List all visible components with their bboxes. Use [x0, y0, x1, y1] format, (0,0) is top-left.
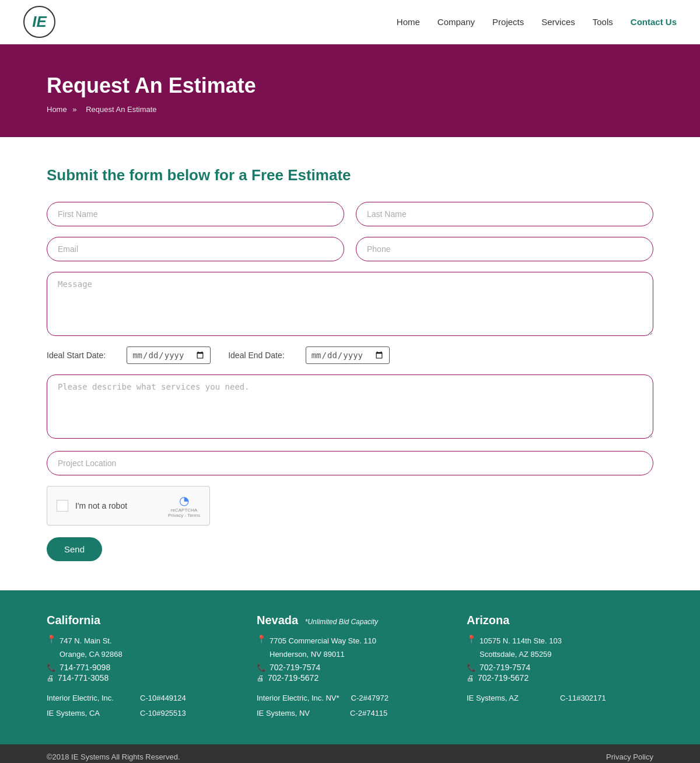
location-icon-az: 📍	[467, 635, 476, 643]
location-icon-nv: 📍	[257, 635, 266, 643]
arizona-licenses: IE Systems, AZ C-11#302171	[467, 691, 653, 706]
end-date-input[interactable]	[306, 346, 390, 364]
site-footer: California 📍 747 N. Main St. Orange, CA …	[0, 590, 700, 744]
start-date-input[interactable]	[127, 346, 211, 364]
arizona-phone-text: 702-719-7574	[480, 663, 530, 672]
phone-icon: 📞	[47, 663, 56, 672]
nav-projects[interactable]: Projects	[492, 17, 524, 27]
breadcrumb-current: Request An Estimate	[86, 105, 156, 114]
main-content: Submit the form below for a Free Estimat…	[0, 137, 700, 590]
breadcrumb: Home » Request An Estimate	[47, 105, 653, 114]
nav-home[interactable]: Home	[397, 17, 420, 27]
nv-license-2-name: IE Systems, NV	[257, 706, 338, 721]
fax-icon-az: 🖨	[467, 674, 474, 682]
estimate-form: Ideal Start Date: Ideal End Date: I'm no…	[47, 202, 653, 561]
az-license-1-number: C-11#302171	[560, 691, 606, 706]
arizona-fax: 🖨 702-719-5672	[467, 673, 653, 682]
nav-services[interactable]: Services	[541, 17, 575, 27]
captcha-checkbox[interactable]	[57, 500, 68, 512]
nevada-address: 📍 7705 Commercial Way Ste. 110 Henderson…	[257, 634, 443, 662]
arizona-address: 📍 10575 N. 114th Ste. 103 Scottsdale, AZ…	[467, 634, 653, 662]
hero-title: Request An Estimate	[47, 74, 653, 98]
nevada-address-text: 7705 Commercial Way Ste. 110 Henderson, …	[270, 634, 376, 662]
california-fax: 🖨 714-771-3058	[47, 673, 233, 682]
nv-license-row-2: IE Systems, NV C-2#74115	[257, 706, 443, 721]
main-nav: Home Company Projects Services Tools Con…	[397, 17, 677, 27]
fax-icon: 🖨	[47, 674, 54, 682]
recaptcha-brand: reCAPTCHA	[171, 508, 197, 513]
recaptcha-links: Privacy - Terms	[168, 513, 200, 518]
message-textarea[interactable]	[47, 272, 653, 336]
nav-company[interactable]: Company	[438, 17, 475, 27]
arizona-title: Arizona	[467, 614, 653, 627]
captcha-label: I'm not a robot	[75, 501, 161, 510]
arizona-address-text: 10575 N. 114th Ste. 103 Scottsdale, AZ 8…	[480, 634, 562, 662]
footer-nevada: Nevada *Unlimited Bid Capacity 📍 7705 Co…	[257, 614, 443, 721]
nevada-phone-text: 702-719-7574	[270, 663, 320, 672]
form-title: Submit the form below for a Free Estimat…	[47, 166, 653, 184]
email-phone-row	[47, 237, 653, 261]
license-row-2: IE Systems, CA C-10#925513	[47, 706, 233, 721]
footer-arizona: Arizona 📍 10575 N. 114th Ste. 103 Scotts…	[467, 614, 653, 721]
ca-license-2-number: C-10#925513	[140, 706, 186, 721]
az-license-1-name: IE Systems, AZ	[467, 691, 548, 706]
location-icon: 📍	[47, 635, 56, 643]
nv-license-1-number: C-2#47972	[351, 691, 388, 706]
california-fax-text: 714-771-3058	[58, 673, 108, 682]
recaptcha-icon: ◔	[179, 494, 189, 508]
start-date-label: Ideal Start Date:	[47, 351, 106, 360]
message-row	[47, 272, 653, 336]
location-input[interactable]	[47, 451, 653, 475]
first-name-input[interactable]	[47, 202, 344, 226]
captcha-box[interactable]: I'm not a robot ◔ reCAPTCHA Privacy - Te…	[47, 486, 210, 526]
footer-columns: California 📍 747 N. Main St. Orange, CA …	[47, 614, 653, 721]
end-date-label: Ideal End Date:	[228, 351, 285, 360]
location-row	[47, 451, 653, 475]
copyright-text: ©2018 IE Systems All Rights Reserved.	[47, 752, 180, 761]
phone-icon-nv: 📞	[257, 663, 266, 672]
california-phone-text: 714-771-9098	[60, 663, 110, 672]
arizona-fax-text: 702-719-5672	[478, 673, 528, 682]
phone-input[interactable]	[356, 237, 653, 261]
services-textarea[interactable]	[47, 374, 653, 439]
name-row	[47, 202, 653, 226]
ca-license-2-name: IE Systems, CA	[47, 706, 128, 721]
california-address-text: 747 N. Main St. Orange, CA 92868	[60, 634, 123, 662]
nav-tools[interactable]: Tools	[593, 17, 613, 27]
nevada-licenses: Interior Electric, Inc. NV* C-2#47972 IE…	[257, 691, 443, 721]
last-name-input[interactable]	[356, 202, 653, 226]
captcha-wrap: I'm not a robot ◔ reCAPTCHA Privacy - Te…	[47, 486, 653, 526]
send-button[interactable]: Send	[47, 537, 102, 561]
california-address: 📍 747 N. Main St. Orange, CA 92868	[47, 634, 233, 662]
nevada-subtitle: *Unlimited Bid Capacity	[305, 618, 378, 626]
fax-icon-nv: 🖨	[257, 674, 264, 682]
nav-contact[interactable]: Contact Us	[631, 17, 677, 27]
arizona-phone: 📞 702-719-7574	[467, 663, 653, 672]
phone-field	[356, 237, 653, 261]
nevada-fax-text: 702-719-5672	[268, 673, 318, 682]
last-name-field	[356, 202, 653, 226]
logo-icon: IE	[23, 6, 55, 38]
hero-banner: Request An Estimate Home » Request An Es…	[0, 44, 700, 137]
recaptcha-logo: ◔ reCAPTCHA Privacy - Terms	[168, 494, 200, 518]
site-header: IE Home Company Projects Services Tools …	[0, 0, 700, 44]
ca-license-1-name: Interior Electric, Inc.	[47, 691, 128, 706]
california-phone: 📞 714-771-9098	[47, 663, 233, 672]
nevada-fax: 🖨 702-719-5672	[257, 673, 443, 682]
az-license-row-1: IE Systems, AZ C-11#302171	[467, 691, 653, 706]
license-row-1: Interior Electric, Inc. C-10#449124	[47, 691, 233, 706]
phone-icon-az: 📞	[467, 663, 476, 672]
footer-california: California 📍 747 N. Main St. Orange, CA …	[47, 614, 233, 721]
breadcrumb-separator: »	[72, 105, 76, 114]
nv-license-1-name: Interior Electric, Inc. NV*	[257, 691, 340, 706]
logo[interactable]: IE	[23, 6, 55, 38]
nv-license-row-1: Interior Electric, Inc. NV* C-2#47972	[257, 691, 443, 706]
email-input[interactable]	[47, 237, 344, 261]
privacy-link[interactable]: Privacy Policy	[606, 752, 653, 761]
nv-license-2-number: C-2#74115	[350, 706, 387, 721]
california-title: California	[47, 614, 233, 627]
nevada-title: Nevada *Unlimited Bid Capacity	[257, 614, 443, 627]
date-row: Ideal Start Date: Ideal End Date:	[47, 346, 653, 364]
breadcrumb-home[interactable]: Home	[47, 105, 67, 114]
nevada-phone: 📞 702-719-7574	[257, 663, 443, 672]
